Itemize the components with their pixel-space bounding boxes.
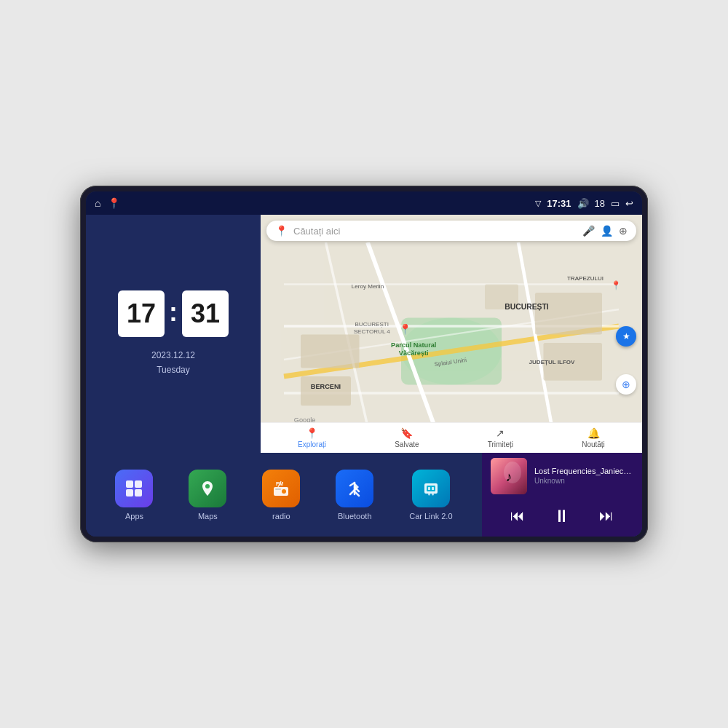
svg-point-33	[205, 484, 210, 488]
noutăți-icon: 🔔	[587, 427, 600, 439]
svg-text:BUCUREȘTI: BUCUREȘTI	[355, 321, 389, 328]
date-info: 2023.12.12 Tuesday	[151, 349, 195, 376]
music-artist: Unknown	[534, 477, 633, 485]
map-search-bar[interactable]: 📍 Căutați aici 🎤 👤 ⊕	[266, 221, 636, 241]
maps-status-icon[interactable]: 📍	[108, 197, 120, 209]
svg-text:Văcărești: Văcărești	[399, 349, 429, 357]
music-info: Lost Frequencies_Janieck Devy-... Unknow…	[534, 467, 633, 485]
salvate-icon: 🔖	[400, 427, 413, 439]
clock-sep: :	[169, 297, 178, 328]
svg-text:TRAPEZULUI: TRAPEZULUI	[567, 275, 604, 282]
svg-text:JUDEȚUL ILFOV: JUDEȚUL ILFOV	[529, 359, 576, 365]
volume-icon: 🔊	[577, 198, 589, 209]
svg-text:Leroy Merlin: Leroy Merlin	[352, 283, 384, 290]
battery-icon: ▭	[611, 198, 620, 209]
salvate-label: Salvate	[395, 440, 419, 448]
apps-row: Apps Maps	[86, 453, 482, 537]
radio-label: radio	[272, 512, 290, 521]
next-button[interactable]: ⏭	[593, 505, 620, 527]
account-icon[interactable]: 👤	[601, 225, 613, 237]
app-item-bluetooth[interactable]: Bluetooth	[336, 470, 373, 521]
svg-rect-36	[275, 488, 281, 490]
music-top: ♪ Lost Frequencies_Janieck Devy-... Unkn…	[491, 458, 633, 494]
clock-hour: 17	[118, 290, 165, 337]
voice-search-icon[interactable]: 🎤	[582, 225, 595, 237]
battery-level: 18	[595, 198, 605, 209]
back-icon[interactable]: ↩	[625, 198, 633, 209]
trimiteți-icon: ↗	[496, 427, 505, 439]
trimiteți-label: Trimiteți	[488, 440, 513, 448]
home-icon[interactable]: ⌂	[95, 197, 100, 209]
svg-rect-32	[135, 489, 142, 496]
svg-rect-41	[427, 486, 435, 491]
clock-minute: 31	[182, 290, 229, 337]
explorați-label: Explorați	[298, 440, 326, 448]
music-panel: ♪ Lost Frequencies_Janieck Devy-... Unkn…	[482, 453, 642, 537]
app-item-carlink[interactable]: Car Link 2.0	[409, 470, 452, 521]
map-tab-explorați[interactable]: 📍 Explorați	[298, 427, 326, 448]
navigation-button[interactable]: ★	[616, 326, 636, 347]
prev-button[interactable]: ⏮	[505, 505, 531, 527]
main-content: 17 : 31 2023.12.12 Tuesday 📍 Căutați aic…	[86, 215, 642, 537]
map-search-input[interactable]: Căutați aici	[293, 226, 577, 237]
map-tab-noutăți[interactable]: 🔔 Noutăți	[582, 427, 605, 448]
svg-rect-31	[126, 489, 133, 496]
more-options-icon[interactable]: ⊕	[619, 225, 628, 237]
status-time: 17:31	[547, 198, 571, 209]
map-search-pin-icon: 📍	[275, 225, 288, 237]
svg-rect-42	[428, 487, 430, 490]
radio-icon[interactable]: FM	[262, 470, 300, 507]
svg-rect-12	[301, 376, 351, 405]
signal-icon: ▽	[535, 199, 541, 208]
map-bottom-bar: 📍 Explorați 🔖 Salvate ↗ Trimiteți 🔔	[261, 422, 642, 453]
svg-rect-13	[535, 293, 602, 335]
date-text: 2023.12.12	[151, 349, 195, 363]
bottom-section: Apps Maps	[86, 453, 642, 537]
svg-rect-30	[135, 480, 142, 488]
music-controls: ⏮ ⏸ ⏭	[491, 500, 633, 532]
bluetooth-label: Bluetooth	[338, 512, 371, 521]
apps-label: Apps	[125, 512, 143, 521]
svg-point-45	[432, 493, 434, 495]
map-panel[interactable]: 📍 Căutați aici 🎤 👤 ⊕	[261, 215, 642, 453]
svg-point-44	[428, 493, 430, 495]
explorați-icon: 📍	[306, 427, 318, 439]
map-tab-salvate[interactable]: 🔖 Salvate	[395, 427, 419, 448]
svg-point-35	[282, 489, 286, 494]
clock-panel: 17 : 31 2023.12.12 Tuesday	[86, 215, 261, 453]
screen-inner: ⌂ 📍 ▽ 17:31 🔊 18 ▭ ↩ 17 : 31	[86, 191, 642, 537]
car-screen-device: ⌂ 📍 ▽ 17:31 🔊 18 ▭ ↩ 17 : 31	[80, 186, 648, 542]
carlink-icon[interactable]	[412, 470, 450, 507]
bluetooth-icon[interactable]	[336, 470, 373, 507]
app-item-radio[interactable]: FM radio	[262, 470, 300, 521]
album-art: ♪	[491, 458, 527, 494]
maps-icon[interactable]	[189, 470, 226, 507]
svg-text:📍: 📍	[611, 280, 622, 290]
top-section: 17 : 31 2023.12.12 Tuesday 📍 Căutați aic…	[86, 215, 642, 453]
svg-rect-11	[301, 335, 360, 368]
app-item-maps[interactable]: Maps	[189, 470, 226, 521]
svg-text:📍: 📍	[399, 323, 412, 336]
map-area[interactable]: Parcul Natural Văcărești BUCUREȘTI JUDEȚ…	[261, 242, 642, 427]
svg-text:BUCUREȘTI: BUCUREȘTI	[505, 303, 548, 311]
clock-display: 17 : 31	[118, 290, 229, 337]
play-pause-button[interactable]: ⏸	[547, 503, 577, 529]
map-svg: Parcul Natural Văcărești BUCUREȘTI JUDEȚ…	[261, 242, 642, 427]
svg-text:♪: ♪	[506, 470, 513, 484]
app-item-apps[interactable]: Apps	[115, 470, 153, 521]
maps-label: Maps	[198, 512, 218, 521]
compass-button[interactable]: ⊕	[616, 374, 636, 395]
carlink-label: Car Link 2.0	[409, 512, 452, 521]
noutăți-label: Noutăți	[582, 440, 605, 448]
status-right-info: ▽ 17:31 🔊 18 ▭ ↩	[535, 198, 633, 209]
status-bar: ⌂ 📍 ▽ 17:31 🔊 18 ▭ ↩	[86, 191, 642, 215]
svg-rect-43	[432, 487, 434, 490]
map-tab-trimiteți[interactable]: ↗ Trimiteți	[488, 427, 513, 448]
music-title: Lost Frequencies_Janieck Devy-...	[534, 467, 633, 475]
apps-icon[interactable]	[115, 470, 153, 507]
day-text: Tuesday	[151, 363, 195, 377]
svg-rect-29	[126, 480, 133, 488]
svg-text:BERCENI: BERCENI	[311, 383, 341, 390]
map-search-actions: 🎤 👤 ⊕	[582, 225, 628, 237]
svg-text:Parcul Natural: Parcul Natural	[391, 341, 436, 349]
